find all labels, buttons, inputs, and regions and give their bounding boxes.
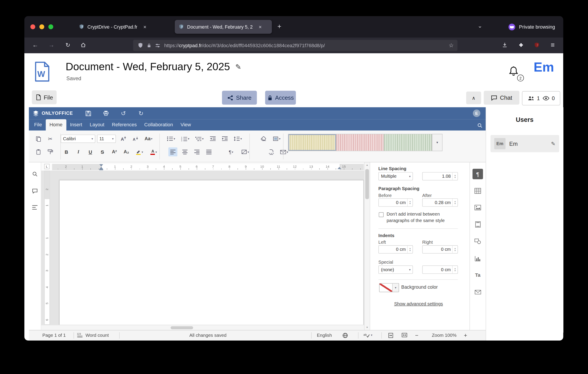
list-all-tabs-chevron-icon[interactable]: ⌄ <box>475 21 484 30</box>
fit-page-icon[interactable] <box>388 332 393 338</box>
editor-user-badge[interactable]: E <box>473 109 480 117</box>
spinner-arrows[interactable]: ▴▾ <box>452 266 458 273</box>
file-menu-button[interactable]: File <box>32 90 57 104</box>
spin-down-icon[interactable]: ▾ <box>454 270 455 272</box>
document-page[interactable] <box>59 180 364 325</box>
spin-down-icon[interactable]: ▾ <box>454 203 455 205</box>
line-spacing-button[interactable]: ▾ <box>232 134 243 143</box>
tab-document-active[interactable]: Document - Wed, February 5, 2 × <box>175 20 272 34</box>
redo-button[interactable]: ↻ <box>137 109 145 118</box>
zoom-level[interactable]: Zoom 100% <box>426 330 462 340</box>
fit-width-icon[interactable] <box>402 332 407 337</box>
align-center-button[interactable] <box>180 147 189 156</box>
user-avatar-initials[interactable]: Em <box>534 60 554 75</box>
share-button[interactable]: Share <box>222 91 257 105</box>
italic-button[interactable]: I <box>74 147 83 156</box>
reload-button[interactable]: ↻ <box>62 40 74 51</box>
change-case-button[interactable]: Aa▾ <box>143 134 154 143</box>
permissions-toggles-icon[interactable] <box>155 42 160 48</box>
font-size-combo[interactable]: 11▾ <box>97 135 116 143</box>
bold-button[interactable]: B <box>62 147 71 156</box>
app-menu-hamburger-icon[interactable]: ≡ <box>547 40 558 51</box>
document-canvas[interactable] <box>41 171 364 325</box>
quick-save-button[interactable] <box>84 109 92 117</box>
menu-references[interactable]: References <box>108 119 140 131</box>
access-button[interactable]: Access <box>265 91 296 105</box>
tab-close-icon[interactable]: × <box>256 23 264 31</box>
scroll-down-icon[interactable]: ▾ <box>365 326 370 329</box>
collapse-toolbar-button[interactable]: ∧ <box>466 92 481 104</box>
copy-style-button[interactable] <box>46 147 55 156</box>
edit-name-pencil-icon[interactable]: ✎ <box>551 141 556 147</box>
page-indicator[interactable]: Page 1 of 1 <box>42 330 66 340</box>
header-footer-settings-icon[interactable] <box>472 219 483 229</box>
special-dropdown[interactable]: (none)▾ <box>378 265 413 274</box>
connection-lock-icon[interactable] <box>147 42 152 48</box>
spinner-arrows[interactable]: ▴▾ <box>452 199 458 206</box>
print-button[interactable] <box>102 109 110 117</box>
line-spacing-dropdown[interactable]: Multiple▾ <box>378 172 413 180</box>
vertical-scrollbar[interactable]: ▴ ▾ <box>364 162 370 330</box>
justify-button[interactable] <box>204 147 213 156</box>
align-right-button[interactable] <box>192 147 201 156</box>
decrease-font-button[interactable]: A <box>131 134 140 143</box>
nonprinting-characters-button[interactable]: ¶▾ <box>225 147 237 156</box>
style-preview-2[interactable] <box>336 134 384 151</box>
special-amount-spinner[interactable]: 0 cm▴▾ <box>422 265 458 274</box>
horizontal-ruler[interactable]: 2 1 1 2 3 4 5 6 7 8 9 10 11 12 13 14 15 <box>52 164 364 170</box>
scroll-up-icon[interactable]: ▴ <box>365 164 370 167</box>
new-tab-button[interactable]: + <box>275 22 284 31</box>
ublock-origin-icon[interactable] <box>531 40 542 51</box>
caret-down-icon[interactable]: ▾ <box>392 284 399 292</box>
left-indent-marker[interactable] <box>99 169 103 170</box>
paste-button[interactable] <box>34 147 43 156</box>
page-break-button[interactable] <box>266 147 276 156</box>
minimize-window-button[interactable] <box>40 24 44 29</box>
underline-button[interactable]: U <box>86 147 95 156</box>
spinner-arrows[interactable]: ▴▾ <box>452 173 458 180</box>
extensions-puzzle-icon[interactable] <box>515 40 527 51</box>
word-count-label[interactable]: Word count <box>85 330 109 340</box>
navigation-headings-icon[interactable] <box>30 202 40 212</box>
multilevel-list-button[interactable]: ▾ <box>194 134 205 143</box>
chat-button[interactable]: Chat <box>484 91 519 105</box>
zoom-window-button[interactable] <box>48 24 53 29</box>
notifications-bell[interactable]: 2 <box>508 66 522 81</box>
spin-up-icon[interactable]: ▴ <box>454 247 455 249</box>
increase-font-button[interactable]: A <box>119 134 128 143</box>
background-color-button[interactable]: ▾ <box>379 283 399 292</box>
chart-settings-icon[interactable] <box>472 253 483 264</box>
spinner-arrows[interactable]: ▴▾ <box>407 199 412 206</box>
url-bar[interactable]: https://cryptpad.fr/doc/#/3/doc/edit/ff0… <box>133 40 458 51</box>
indent-right-spinner[interactable]: 0 cm▴▾ <box>422 245 458 253</box>
indent-left-spinner[interactable]: 0 cm▴▾ <box>378 245 413 253</box>
copy-button[interactable] <box>34 134 43 143</box>
user-list-item[interactable]: Em Em ✎ <box>491 135 559 152</box>
spin-up-icon[interactable]: ▴ <box>410 200 410 203</box>
menu-home[interactable]: Home <box>46 119 66 131</box>
spell-check-icon[interactable]: ab <box>363 332 370 338</box>
close-window-button[interactable] <box>30 24 35 29</box>
right-indent-marker[interactable] <box>337 167 341 169</box>
subscript-button[interactable]: A₂ <box>122 147 131 156</box>
spin-up-icon[interactable]: ▴ <box>454 200 455 203</box>
paragraph-settings-icon[interactable]: ¶ <box>472 169 483 179</box>
find-search-icon[interactable] <box>30 169 40 179</box>
spin-up-icon[interactable]: ▴ <box>410 247 410 249</box>
cut-button[interactable]: ✂ <box>46 134 55 143</box>
menu-view[interactable]: View <box>177 119 195 131</box>
first-line-indent-marker[interactable] <box>99 164 103 166</box>
bullets-button[interactable]: ▾ <box>165 134 177 143</box>
bookmark-star-icon[interactable]: ☆ <box>449 42 454 49</box>
font-color-button[interactable]: A▾ <box>148 147 159 156</box>
forward-button[interactable]: → <box>46 40 57 51</box>
downloads-button[interactable] <box>499 40 510 51</box>
menu-collaboration[interactable]: Collaboration <box>140 119 177 131</box>
vertical-ruler[interactable]: 2 1 1 2 3 4 5 6 <box>44 171 50 325</box>
menu-file[interactable]: File <box>30 119 46 131</box>
home-button[interactable] <box>78 40 89 51</box>
editor-search-icon[interactable] <box>475 121 484 129</box>
no-interval-checkbox[interactable] <box>379 212 384 217</box>
tab-close-icon[interactable]: × <box>141 23 149 31</box>
zoom-in-button[interactable]: + <box>464 330 467 340</box>
